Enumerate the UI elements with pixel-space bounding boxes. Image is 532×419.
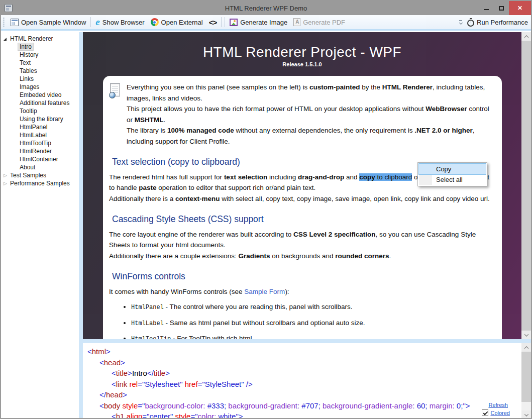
tree-item-about[interactable]: About — [1, 163, 79, 171]
tree-item-htmllabel[interactable]: HtmlLabel — [1, 131, 79, 139]
toolbar: Open Sample Window e Show Browser Open E… — [1, 15, 531, 31]
section-heading-css-support: Cascading Style Sheets (CSS) support — [112, 214, 494, 225]
tree-item-htmlrender[interactable]: HtmlRender — [1, 147, 79, 155]
tree-item-htmlpanel[interactable]: HtmlPanel — [1, 123, 79, 131]
run-performance-label: Run Performance — [477, 19, 528, 26]
section-paragraph: Additionally there are a couple extensio… — [109, 251, 494, 262]
tree-item-label[interactable]: Using the library — [18, 116, 65, 123]
sample-window-icon — [11, 19, 19, 26]
samples-tree: HTML RendererIntroHistoryTextTablesLinks… — [1, 32, 79, 419]
tree-expanded-icon[interactable] — [4, 35, 9, 42]
window-title: HTML Renderer WPF Demo — [1, 5, 531, 12]
tree-node-label[interactable]: Test Samples — [9, 172, 48, 179]
code-line: </head> — [87, 389, 521, 400]
tree-item-label[interactable]: HtmlLabel — [18, 132, 48, 139]
context-menu-item-select-all[interactable]: Select all — [419, 174, 486, 185]
tree-item-label[interactable]: About — [18, 164, 37, 171]
tree-item-label[interactable]: Embeded video — [18, 91, 63, 98]
refresh-link[interactable]: Refresh — [488, 402, 508, 408]
inline-link[interactable]: Sample Form — [244, 288, 285, 295]
code-line: <body style="background-color: #333; bac… — [87, 400, 521, 411]
tree-item-embeded-video[interactable]: Embeded video — [1, 91, 79, 99]
tree-item-label[interactable]: Links — [18, 75, 35, 82]
section-heading-winforms: WinForms controls — [112, 271, 494, 282]
tree-item-label[interactable]: Text — [18, 59, 32, 66]
scroll-down-button[interactable] — [521, 410, 531, 419]
toolbar-separator — [90, 17, 91, 27]
generate-image-label: Generate Image — [240, 19, 287, 26]
colored-checkbox[interactable] — [482, 409, 488, 416]
toolbar-overflow-button[interactable] — [459, 20, 462, 24]
scroll-down-button[interactable] — [521, 331, 531, 339]
tree-item-label[interactable]: HtmlRender — [18, 148, 53, 155]
open-sample-window-label: Open Sample Window — [21, 19, 86, 26]
generate-pdf-label: Generate PDF — [303, 19, 345, 26]
tree-item-label[interactable]: Additional features — [18, 99, 71, 107]
tree-item-tooltip[interactable]: Tooltip — [1, 107, 79, 115]
scroll-up-button[interactable] — [521, 343, 531, 352]
list-item: HtmlToolTip - For ToolTip with rich html… — [131, 333, 494, 339]
main-scrollbar[interactable] — [521, 32, 531, 339]
tree-item-tables[interactable]: Tables — [1, 67, 79, 75]
intro-paragraph: Everything you see on this panel (see sa… — [127, 82, 494, 103]
open-external-button[interactable]: Open External — [148, 17, 206, 28]
context-menu-item-copy[interactable]: Copy — [419, 164, 486, 174]
tree-node-performance-samples[interactable]: ▷Performance Samples — [1, 179, 79, 187]
tree-item-label[interactable]: HtmlToolTip — [18, 140, 53, 147]
tree-item-using-the-library[interactable]: Using the library — [1, 115, 79, 123]
stopwatch-icon — [467, 20, 474, 27]
tree-item-label[interactable]: HtmlPanel — [18, 124, 49, 131]
show-source-button[interactable]: <> — [206, 17, 220, 28]
minimize-button[interactable] — [479, 1, 494, 15]
section-paragraph: The core layout engine of the renderer w… — [109, 229, 494, 251]
open-sample-window-button[interactable]: Open Sample Window — [8, 17, 89, 28]
tree-node-label[interactable]: HTML Renderer — [9, 35, 55, 42]
code-line: <link rel="Stylesheet" href="StyleSheet"… — [87, 379, 521, 390]
toolbar-grip[interactable] — [3, 17, 5, 27]
run-performance-button[interactable]: Run Performance — [464, 17, 531, 28]
html-source-editor[interactable]: <html><head><title>Intro</title><link re… — [83, 343, 521, 419]
vertical-splitter[interactable] — [79, 32, 83, 419]
code-scrollbar[interactable] — [521, 343, 531, 419]
image-icon — [230, 19, 238, 26]
tree-item-intro[interactable]: Intro — [1, 43, 79, 51]
scroll-up-button[interactable] — [521, 32, 531, 41]
scrollbar-thumb[interactable] — [521, 352, 531, 402]
tree-node-html-renderer[interactable]: HTML Renderer — [1, 35, 79, 43]
colored-link[interactable]: Colored — [490, 410, 510, 416]
code-brackets-icon: <> — [209, 18, 217, 27]
tree-collapsed-icon[interactable]: ▷ — [4, 173, 9, 178]
list-item: HtmlLabel - Same as html panel but witho… — [131, 318, 494, 330]
release-label: Release 1.5.1.0 — [83, 61, 521, 67]
show-browser-label: Show Browser — [102, 19, 145, 26]
pdf-icon — [293, 18, 300, 26]
show-browser-button[interactable]: e Show Browser — [92, 17, 147, 28]
tree-node-label[interactable]: Performance Samples — [9, 180, 71, 187]
tree-item-history[interactable]: History — [1, 51, 79, 59]
tree-item-label[interactable]: Tooltip — [18, 108, 39, 115]
generate-image-button[interactable]: Generate Image — [227, 17, 290, 28]
internet-explorer-icon: e — [95, 18, 99, 26]
tree-item-images[interactable]: Images — [1, 83, 79, 91]
close-button[interactable]: ✕ — [509, 1, 531, 15]
tree-item-additional-features[interactable]: Additional features — [1, 99, 79, 107]
tree-item-htmltooltip[interactable]: HtmlToolTip — [1, 139, 79, 147]
tree-item-htmlcontainer[interactable]: HtmlContainer — [1, 155, 79, 163]
tree-item-label[interactable]: HtmlContainer — [18, 156, 60, 163]
generate-pdf-button[interactable]: Generate PDF — [290, 17, 348, 28]
tree-item-label[interactable]: Images — [18, 83, 41, 90]
tree-node-test-samples[interactable]: ▷Test Samples — [1, 171, 79, 179]
code-line: <title>Intro</title> — [87, 368, 521, 379]
section-paragraph: It comes with handy WinForms controls (s… — [109, 286, 494, 297]
maximize-button[interactable] — [494, 1, 509, 15]
tree-collapsed-icon[interactable]: ▷ — [4, 181, 9, 186]
intro-paragraph: The library is 100% managed code without… — [127, 125, 494, 147]
tree-item-label[interactable]: Tables — [18, 67, 39, 74]
tree-item-label[interactable]: Intro — [18, 43, 33, 50]
tree-item-links[interactable]: Links — [1, 75, 79, 83]
tree-item-label[interactable]: History — [18, 51, 40, 58]
scrollbar-thumb[interactable] — [521, 41, 531, 331]
horizontal-splitter[interactable] — [83, 339, 531, 343]
toolbar-separator — [221, 17, 222, 27]
tree-item-text[interactable]: Text — [1, 59, 79, 67]
